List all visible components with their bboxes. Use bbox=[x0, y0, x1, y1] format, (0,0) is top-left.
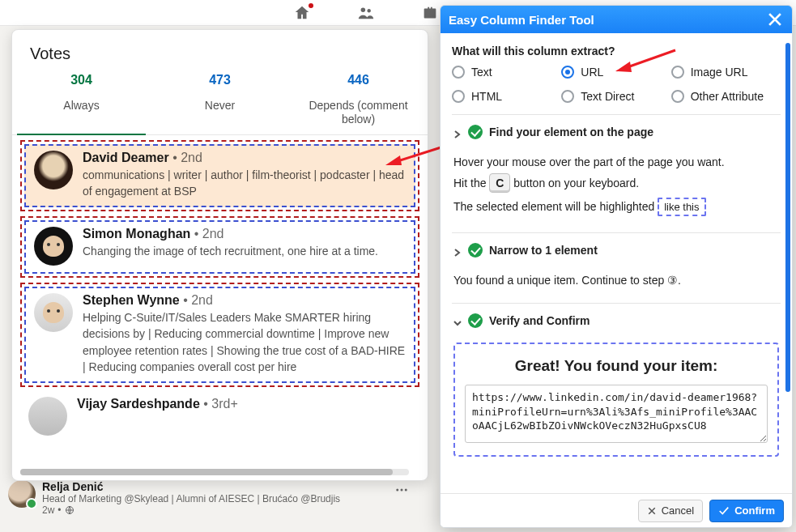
extract-type-options: Text URL Image URL HTML Text Direct Othe… bbox=[452, 66, 781, 103]
result-row[interactable]: Stephen Wynne • 2nd Helping C-Suite/IT/S… bbox=[20, 283, 419, 387]
svg-point-1 bbox=[367, 9, 370, 12]
verify-title: Great! You found your item: bbox=[465, 357, 768, 375]
avatar[interactable] bbox=[28, 397, 67, 436]
verify-box: Great! You found your item: bbox=[453, 343, 779, 457]
acc-narrow-header[interactable]: Narrow to 1 element bbox=[452, 233, 781, 267]
svg-point-0 bbox=[361, 7, 366, 11]
feed-menu-icon[interactable] bbox=[394, 483, 409, 500]
chevron-right-icon bbox=[453, 246, 462, 254]
check-icon bbox=[718, 505, 730, 517]
acc-verify: Verify and Confirm Great! You found your… bbox=[452, 303, 781, 468]
nav-home-icon[interactable] bbox=[292, 3, 312, 23]
votes-results: David Deamer • 2nd communications | writ… bbox=[12, 140, 428, 436]
avatar[interactable] bbox=[34, 227, 73, 266]
keyboard-key: C bbox=[489, 173, 510, 193]
votes-tabs: 304 Always 473 Never 446 Depends (commen… bbox=[12, 70, 428, 134]
result-row[interactable]: David Deamer • 2nd communications | writ… bbox=[20, 140, 419, 212]
confirm-button[interactable]: Confirm bbox=[709, 500, 784, 522]
svg-point-6 bbox=[396, 489, 398, 492]
result-headline: Helping C-Suite/IT/Sales Leaders Make SM… bbox=[83, 309, 406, 375]
globe-icon bbox=[65, 505, 74, 515]
vertical-scrollbar[interactable] bbox=[785, 43, 790, 490]
result-row[interactable]: Vijay Sardeshpande • 3rd+ bbox=[20, 392, 419, 436]
radio-url[interactable]: URL bbox=[561, 66, 670, 79]
feed-author-name[interactable]: Relja Denić bbox=[42, 480, 340, 493]
acc-find-element: Find your element on the page Hover your… bbox=[452, 114, 781, 232]
chevron-down-icon bbox=[453, 317, 462, 325]
acc-narrow: Narrow to 1 element You found a unique i… bbox=[452, 232, 781, 303]
found-url-textarea[interactable] bbox=[465, 385, 768, 443]
radio-image-url[interactable]: Image URL bbox=[671, 66, 781, 79]
panel-footer: Cancel Confirm bbox=[441, 493, 792, 527]
result-headline: communications | writer | author | film-… bbox=[83, 167, 406, 200]
radio-html[interactable]: HTML bbox=[452, 90, 561, 103]
horizontal-scrollbar[interactable] bbox=[20, 469, 409, 475]
result-name[interactable]: Simon Monaghan bbox=[83, 227, 190, 240]
nav-people-icon[interactable] bbox=[356, 3, 376, 23]
svg-point-8 bbox=[405, 489, 407, 492]
chevron-right-icon bbox=[453, 128, 462, 136]
svg-point-7 bbox=[401, 489, 403, 492]
tab-depends[interactable]: 446 Depends (comment below) bbox=[289, 70, 428, 134]
panel-titlebar: Easy Column Finder Tool bbox=[441, 6, 792, 33]
close-icon[interactable] bbox=[766, 11, 784, 28]
acc-find-header[interactable]: Find your element on the page bbox=[452, 115, 781, 149]
votes-popup: Votes 304 Always 473 Never 446 Depends (… bbox=[11, 29, 428, 481]
tab-always[interactable]: 304 Always bbox=[12, 70, 151, 134]
result-row[interactable]: Simon Monaghan • 2nd Changing the image … bbox=[20, 216, 419, 278]
check-icon bbox=[468, 125, 483, 139]
tab-never[interactable]: 473 Never bbox=[151, 70, 289, 134]
check-icon bbox=[468, 243, 483, 257]
radio-text-direct[interactable]: Text Direct bbox=[561, 90, 670, 103]
column-finder-panel: Easy Column Finder Tool What will this c… bbox=[440, 5, 793, 528]
highlight-example: like this bbox=[658, 198, 705, 216]
check-icon bbox=[468, 313, 483, 328]
close-icon bbox=[647, 506, 657, 516]
feed-meta: 2w• bbox=[42, 504, 340, 516]
result-name[interactable]: David Deamer bbox=[83, 151, 169, 164]
panel-title: Easy Column Finder Tool bbox=[449, 13, 594, 27]
avatar[interactable] bbox=[34, 293, 73, 332]
votes-title: Votes bbox=[12, 30, 428, 70]
panel-question: What will this column extract? bbox=[452, 45, 781, 57]
avatar[interactable] bbox=[34, 151, 73, 189]
result-headline: Changing the image of tech recruitment, … bbox=[83, 243, 378, 259]
radio-text[interactable]: Text bbox=[452, 66, 561, 79]
acc-verify-header[interactable]: Verify and Confirm bbox=[452, 304, 781, 338]
avatar[interactable] bbox=[8, 480, 36, 508]
radio-other-attribute[interactable]: Other Attribute bbox=[671, 90, 781, 103]
result-name[interactable]: Stephen Wynne bbox=[83, 293, 180, 307]
nav-jobs-icon[interactable] bbox=[420, 3, 440, 23]
feed-author-headline: Head of Marketing @Skylead | Alumni of A… bbox=[42, 493, 340, 504]
result-name[interactable]: Vijay Sardeshpande bbox=[77, 397, 200, 411]
cancel-button[interactable]: Cancel bbox=[638, 500, 703, 522]
